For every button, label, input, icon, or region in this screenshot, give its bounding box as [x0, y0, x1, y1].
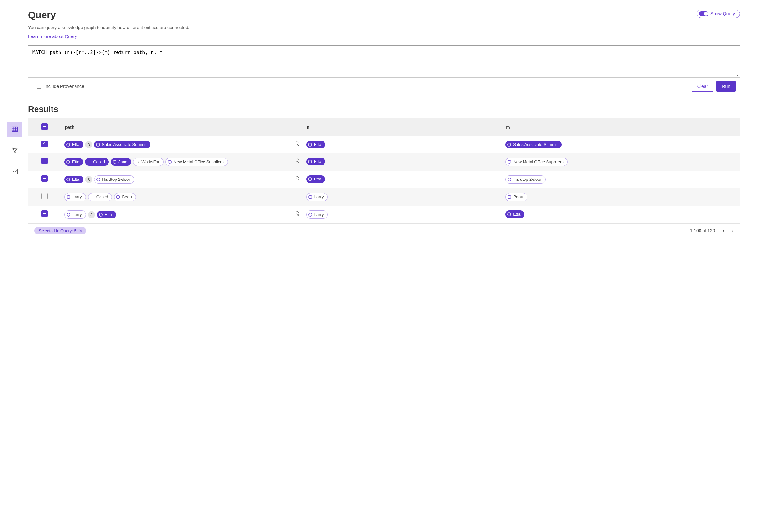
entity-chip[interactable]: Larry — [306, 193, 328, 201]
relationship-chip[interactable]: →Called — [88, 193, 112, 201]
entity-label: Sales Associate Summit — [513, 142, 557, 147]
path-count-badge[interactable]: 3 — [85, 176, 92, 183]
column-header-m[interactable]: m — [501, 118, 740, 136]
node-circle-icon — [508, 160, 511, 164]
row-select-checkbox[interactable] — [41, 210, 48, 217]
entity-chip[interactable]: Etta — [306, 141, 325, 148]
node-circle-icon — [507, 212, 511, 216]
entity-chip[interactable]: Etta — [64, 176, 83, 183]
prev-page-button[interactable]: ‹ — [723, 228, 724, 234]
entity-label: Etta — [105, 212, 112, 218]
table-row: Larry3Etta↖↘LarryEtta — [28, 206, 740, 224]
entity-chip[interactable]: Larry — [306, 210, 328, 219]
node-circle-icon — [96, 143, 100, 147]
entity-label: Hardtop 2-door — [102, 177, 130, 182]
arrow-right-icon: → — [135, 159, 140, 165]
path-count-badge[interactable]: 3 — [88, 211, 95, 218]
svg-line-9 — [15, 149, 16, 152]
entity-chip[interactable]: Sales Associate Summit — [94, 141, 150, 148]
toggle-on-icon — [699, 11, 708, 16]
entity-chip[interactable]: Etta — [64, 141, 83, 148]
column-header-n[interactable]: n — [302, 118, 501, 136]
include-provenance-checkbox[interactable]: Include Provenance — [32, 84, 84, 89]
relationship-chip[interactable]: →Called — [85, 158, 109, 166]
svg-line-8 — [13, 149, 14, 152]
node-circle-icon — [116, 195, 120, 199]
expand-icon[interactable]: ↖↘ — [296, 210, 299, 216]
include-provenance-label: Include Provenance — [44, 84, 84, 89]
page-description: You can query a knowledge graph to ident… — [28, 25, 189, 30]
entity-label: Etta — [314, 176, 321, 182]
svg-point-7 — [14, 151, 15, 153]
results-heading: Results — [28, 104, 740, 114]
entity-chip[interactable]: Etta — [97, 211, 116, 218]
table-row: Larry→CalledBeauLarryBeau — [28, 188, 740, 206]
entity-chip[interactable]: Beau — [114, 193, 136, 201]
entity-chip[interactable]: Jane — [111, 158, 131, 166]
clear-selection-icon[interactable]: ✕ — [79, 228, 83, 233]
entity-label: Larry — [314, 212, 324, 218]
run-button[interactable]: Run — [716, 81, 736, 92]
selected-count-label: Selected in Query: 5 — [39, 228, 76, 233]
entity-chip[interactable]: Etta — [505, 210, 524, 218]
relationship-label: Called — [96, 194, 108, 200]
node-circle-icon — [96, 178, 100, 181]
row-select-checkbox[interactable] — [41, 141, 48, 147]
node-circle-icon — [66, 178, 70, 181]
row-select-checkbox[interactable] — [41, 175, 48, 182]
table-row: Etta3Sales Associate Summit↖↘EttaSales A… — [28, 136, 740, 153]
entity-label: Etta — [72, 159, 79, 165]
entity-chip[interactable]: Beau — [505, 193, 527, 201]
show-query-toggle[interactable]: Show Query — [697, 10, 740, 18]
entity-chip[interactable]: Larry — [64, 193, 86, 201]
entity-chip[interactable]: Etta — [64, 158, 83, 166]
entity-label: New Metal Office Suppliers — [173, 159, 224, 165]
node-circle-icon — [507, 143, 511, 147]
arrow-right-icon: → — [90, 194, 94, 200]
node-circle-icon — [66, 160, 70, 164]
query-box: MATCH path=(n)-[r*..2]->(m) return path,… — [28, 45, 740, 95]
entity-chip[interactable]: Hardtop 2-door — [94, 175, 134, 184]
entity-label: Etta — [314, 159, 321, 164]
collapse-icon[interactable]: ↘↖ — [296, 158, 299, 163]
tab-table-view[interactable] — [7, 122, 22, 137]
relationship-chip[interactable]: →WorksFor — [133, 158, 164, 166]
entity-label: Hardtop 2-door — [513, 177, 541, 182]
selected-count-chip[interactable]: Selected in Query: 5 ✕ — [34, 227, 86, 234]
entity-chip[interactable]: Etta — [306, 175, 325, 183]
entity-chip[interactable]: Etta — [306, 158, 325, 165]
tab-graph-view[interactable] — [7, 143, 22, 158]
entity-chip[interactable]: New Metal Office Suppliers — [505, 158, 568, 166]
tab-timeline-view[interactable] — [7, 164, 22, 179]
expand-icon[interactable]: ↖↘ — [296, 141, 299, 146]
node-circle-icon — [168, 160, 172, 164]
entity-label: Sales Associate Summit — [102, 142, 146, 147]
path-count-badge[interactable]: 3 — [85, 141, 92, 148]
relationship-label: Called — [93, 159, 105, 165]
row-select-checkbox[interactable] — [41, 193, 48, 199]
entity-label: Larry — [72, 194, 82, 200]
entity-label: Beau — [122, 194, 132, 200]
query-input[interactable]: MATCH path=(n)-[r*..2]->(m) return path,… — [28, 46, 740, 76]
clear-button[interactable]: Clear — [692, 81, 713, 92]
node-circle-icon — [308, 177, 312, 181]
entity-chip[interactable]: Larry — [64, 210, 86, 219]
pagination-range: 1-100 of 120 — [690, 228, 715, 233]
row-select-checkbox[interactable] — [41, 158, 48, 164]
entity-chip[interactable]: Hardtop 2-door — [505, 175, 545, 184]
results-table: path n m Etta3Sales Associate Summit↖↘Et… — [28, 118, 740, 224]
table-row: Etta3Hardtop 2-door↖↘EttaHardtop 2-door — [28, 171, 740, 188]
entity-label: Larry — [314, 194, 324, 200]
entity-chip[interactable]: New Metal Office Suppliers — [165, 158, 228, 166]
learn-more-link[interactable]: Learn more about Query — [28, 34, 77, 39]
expand-icon[interactable]: ↖↘ — [296, 175, 299, 180]
next-page-button[interactable]: › — [732, 228, 734, 234]
node-circle-icon — [66, 143, 70, 147]
entity-chip[interactable]: Sales Associate Summit — [505, 141, 561, 148]
node-circle-icon — [113, 160, 116, 164]
select-all-checkbox[interactable] — [41, 123, 48, 130]
page-title: Query — [28, 10, 189, 20]
node-circle-icon — [308, 195, 312, 199]
node-circle-icon — [308, 213, 312, 217]
column-header-path[interactable]: path — [60, 118, 302, 136]
